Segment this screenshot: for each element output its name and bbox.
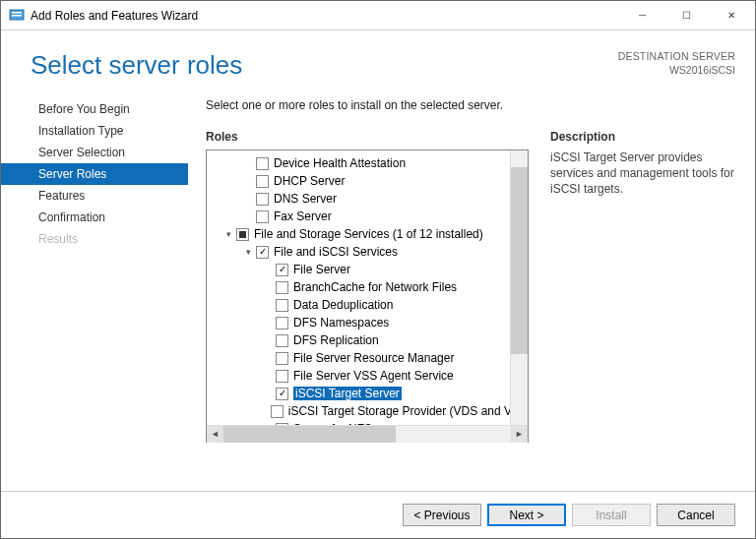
tree-spacer <box>262 334 274 346</box>
checkbox[interactable] <box>256 193 269 206</box>
tree-node-label[interactable]: DHCP Server <box>274 174 345 188</box>
nav-item-server-selection[interactable]: Server Selection <box>1 142 188 163</box>
checkbox[interactable] <box>256 246 269 259</box>
nav-item-server-roles[interactable]: Server Roles <box>1 163 188 185</box>
page-title: Select server roles <box>31 50 242 81</box>
collapse-icon[interactable]: ▾ <box>222 228 234 240</box>
nav-item-confirmation[interactable]: Confirmation <box>1 207 188 228</box>
tree-spacer <box>262 405 269 417</box>
tree-node[interactable]: File Server VSS Agent Service <box>211 367 528 385</box>
install-button[interactable]: Install <box>572 504 651 526</box>
tree-node[interactable]: ▾File and Storage Services (1 of 12 inst… <box>211 225 528 243</box>
tree-node[interactable]: File Server Resource Manager <box>211 349 528 367</box>
tree-spacer <box>242 210 254 222</box>
instruction-text: Select one or more roles to install on t… <box>206 98 735 112</box>
tree-spacer <box>262 370 274 382</box>
minimize-button[interactable]: ─ <box>620 2 664 30</box>
title-bar: Add Roles and Features Wizard ─ ☐ ✕ <box>1 1 755 30</box>
checkbox[interactable] <box>276 317 288 329</box>
svg-rect-2 <box>12 15 22 17</box>
horizontal-scrollbar-thumb[interactable] <box>223 426 396 443</box>
tree-spacer <box>242 175 254 187</box>
maximize-button[interactable]: ☐ <box>664 2 709 30</box>
tree-node[interactable]: DHCP Server <box>211 172 528 190</box>
next-button[interactable]: Next > <box>487 504 566 526</box>
wizard-nav: Before You BeginInstallation TypeServer … <box>1 90 188 454</box>
tree-node[interactable]: ▾File and iSCSI Services <box>211 243 528 261</box>
checkbox[interactable] <box>271 405 284 418</box>
tree-node-label[interactable]: File Server VSS Agent Service <box>293 369 454 383</box>
tree-node-label[interactable]: DFS Namespaces <box>293 316 389 329</box>
tree-node-label[interactable]: Data Deduplication <box>293 298 393 312</box>
checkbox[interactable] <box>276 281 288 294</box>
tree-node[interactable]: iSCSI Target Server <box>211 385 528 402</box>
app-icon <box>9 8 25 24</box>
checkbox[interactable] <box>276 264 288 276</box>
tree-spacer <box>262 264 274 275</box>
checkbox[interactable] <box>256 175 269 188</box>
tree-node[interactable]: File Server <box>211 261 528 278</box>
checkbox[interactable] <box>276 299 288 312</box>
checkbox[interactable] <box>276 388 288 400</box>
checkbox[interactable] <box>276 334 288 347</box>
checkbox[interactable] <box>276 370 288 383</box>
tree-node-label[interactable]: File and Storage Services (1 of 12 insta… <box>254 227 483 241</box>
tree-node[interactable]: iSCSI Target Storage Provider (VDS and V… <box>211 402 528 420</box>
tree-node-label[interactable]: File Server <box>293 263 350 276</box>
vertical-scrollbar-thumb[interactable] <box>511 167 528 354</box>
roles-tree[interactable]: Device Health AttestationDHCP ServerDNS … <box>206 150 529 443</box>
tree-spacer <box>262 388 274 399</box>
svg-rect-1 <box>12 12 22 14</box>
close-button[interactable]: ✕ <box>709 2 753 30</box>
window-title: Add Roles and Features Wizard <box>31 9 198 23</box>
collapse-icon[interactable]: ▾ <box>242 246 254 258</box>
tree-node-label[interactable]: BranchCache for Network Files <box>293 280 457 294</box>
scroll-right-icon[interactable]: ► <box>511 426 528 443</box>
tree-node[interactable]: Device Health Attestation <box>211 154 528 172</box>
tree-spacer <box>262 317 274 329</box>
tree-node-label[interactable]: File and iSCSI Services <box>274 245 398 259</box>
checkbox[interactable] <box>256 157 269 170</box>
nav-item-before-you-begin[interactable]: Before You Begin <box>1 98 188 120</box>
tree-node[interactable]: BranchCache for Network Files <box>211 278 528 296</box>
roles-header: Roles <box>206 130 529 144</box>
tree-node-label[interactable]: Fax Server <box>274 210 332 223</box>
horizontal-scrollbar[interactable]: ◄ ► <box>207 425 528 442</box>
destination-server-block: DESTINATION SERVER WS2016iSCSI <box>618 50 735 77</box>
destination-label: DESTINATION SERVER <box>618 50 735 64</box>
destination-value: WS2016iSCSI <box>618 64 735 78</box>
tree-node-label[interactable]: iSCSI Target Storage Provider (VDS and V… <box>288 404 528 418</box>
tree-node-label[interactable]: DFS Replication <box>293 333 379 347</box>
tree-spacer <box>262 281 274 293</box>
tree-node[interactable]: Data Deduplication <box>211 296 528 314</box>
description-header: Description <box>550 130 735 144</box>
nav-item-results: Results <box>1 228 188 250</box>
tree-spacer <box>242 157 254 169</box>
previous-button[interactable]: < Previous <box>403 504 481 526</box>
checkbox[interactable] <box>276 352 288 365</box>
checkbox[interactable] <box>256 210 269 223</box>
description-text: iSCSI Target Server provides services an… <box>550 150 735 198</box>
checkbox[interactable] <box>236 228 249 241</box>
wizard-footer: < Previous Next > Install Cancel <box>1 491 755 538</box>
tree-spacer <box>242 193 254 205</box>
nav-item-installation-type[interactable]: Installation Type <box>1 120 188 142</box>
scroll-left-icon[interactable]: ◄ <box>207 426 223 443</box>
cancel-button[interactable]: Cancel <box>657 504 735 526</box>
tree-spacer <box>262 299 274 311</box>
tree-node[interactable]: DFS Replication <box>211 331 528 349</box>
tree-node-label[interactable]: Device Health Attestation <box>274 156 406 170</box>
tree-node-label[interactable]: DNS Server <box>274 192 337 206</box>
nav-item-features[interactable]: Features <box>1 185 188 207</box>
tree-node[interactable]: Fax Server <box>211 208 528 225</box>
tree-node-label[interactable]: iSCSI Target Server <box>293 387 402 400</box>
window-controls: ─ ☐ ✕ <box>620 2 753 30</box>
tree-node-label[interactable]: File Server Resource Manager <box>293 351 454 365</box>
tree-node[interactable]: DFS Namespaces <box>211 314 528 331</box>
tree-spacer <box>262 352 274 364</box>
tree-node[interactable]: DNS Server <box>211 190 528 208</box>
